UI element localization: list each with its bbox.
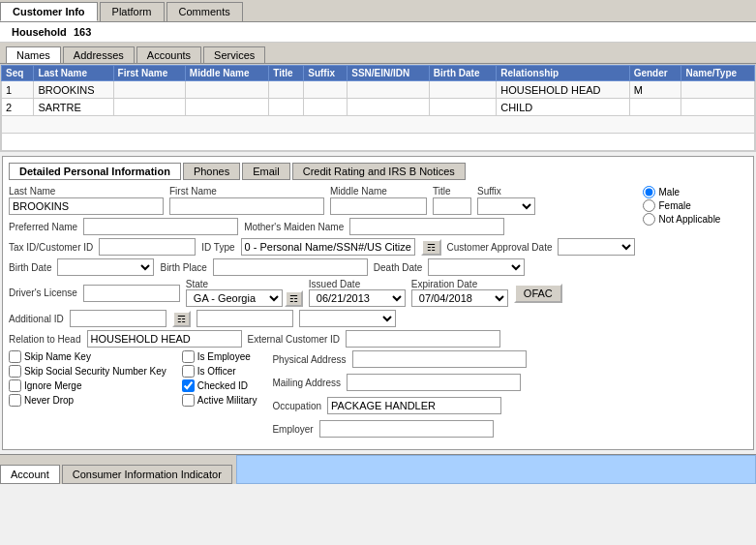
occupation-label: Occupation [272,401,321,411]
tab-names[interactable]: Names [6,46,61,63]
is-employee-checkbox[interactable]: Is Employee [182,350,257,363]
never-drop-label: Never Drop [24,395,74,406]
birth-date-select[interactable] [57,258,154,276]
household-bar: Household 163 [0,22,756,43]
tab-comments[interactable]: Comments [166,2,243,21]
radio-not-applicable[interactable]: Not Applicable [643,213,747,226]
external-customer-id-input[interactable] [346,330,500,348]
radio-male-input[interactable] [643,186,655,198]
last-name-input[interactable] [9,197,164,215]
cell-gender: M [629,81,681,99]
birth-place-input[interactable] [213,258,368,276]
skip-ssn-checkbox[interactable]: Skip Social Security Number Key [9,365,166,378]
additional-id-value-input[interactable] [197,310,293,327]
household-value: 163 [74,26,91,38]
cell-title [269,81,304,99]
radio-female-input[interactable] [643,199,655,212]
physical-address-input[interactable] [352,350,527,368]
state-lookup-button[interactable]: ☶ [285,290,303,307]
checked-id-input[interactable] [182,379,195,392]
table-row[interactable] [2,134,755,151]
skip-ssn-input[interactable] [9,365,21,378]
additional-id-input[interactable] [70,310,166,327]
tax-id-input[interactable] [99,238,196,256]
radio-female[interactable]: Female [643,199,747,212]
active-military-input[interactable] [182,394,195,407]
gender-radios: Male Female Not Applicable [643,186,747,226]
additional-id-select[interactable] [299,310,396,327]
id-type-lookup-button[interactable]: ☶ [421,239,441,256]
mothers-maiden-name-input[interactable] [349,218,504,235]
employer-input[interactable] [319,420,494,438]
cell-relationship: HOUSEHOLD HEAD [497,81,629,99]
tab-services[interactable]: Services [203,46,265,63]
tab-email[interactable]: Email [242,163,290,180]
mailing-address-input[interactable] [347,374,521,391]
suffix-select[interactable] [477,197,535,215]
tab-consumer-info-indicator[interactable]: Consumer Information Indicator [62,465,232,484]
active-military-checkbox[interactable]: Active Military [182,394,257,407]
detail-left: Last Name First Name Middle Name Title S… [9,186,635,443]
ofac-button[interactable]: OFAC [514,284,562,303]
names-table-container: Seq Last Name First Name Middle Name Tit… [0,64,756,152]
table-row[interactable]: 1 BROOKINS HOUSEHOLD HEAD M [2,81,755,99]
tab-account[interactable]: Account [0,465,60,484]
tax-id-row: Tax ID/Customer ID ID Type ☶ Customer Ap… [9,238,635,256]
table-row[interactable]: 2 SARTRE CHILD [2,99,755,116]
additional-id-row: Additional ID ☶ [9,310,635,327]
is-officer-checkbox[interactable]: Is Officer [182,365,257,378]
ignore-merge-input[interactable] [9,379,21,392]
middle-name-input[interactable] [330,197,427,215]
issued-date-label: Issued Date [309,279,360,289]
col-seq: Seq [2,66,34,81]
skip-name-key-label: Skip Name Key [24,351,91,362]
detail-tab-bar: Detailed Personal Information Phones Ema… [9,163,747,180]
mothers-maiden-name-label: Mother's Maiden Name [244,222,344,232]
state-select[interactable]: GA - Georgia [186,289,283,307]
never-drop-input[interactable] [9,394,21,407]
first-name-input[interactable] [169,197,324,215]
radio-not-applicable-input[interactable] [643,213,655,226]
tab-accounts[interactable]: Accounts [136,46,201,63]
tab-credit-rating[interactable]: Credit Rating and IRS B Notices [292,163,466,180]
tab-customer-info[interactable]: Customer Info [0,2,98,21]
cell-name-type [681,81,755,99]
physical-address-row: Physical Address [272,350,526,368]
tab-phones[interactable]: Phones [183,163,240,180]
employer-label: Employer [272,424,313,435]
tab-detailed-personal-info[interactable]: Detailed Personal Information [9,163,181,180]
relation-to-head-input[interactable] [87,330,242,348]
cell-seq: 1 [2,81,34,99]
skip-name-key-checkbox[interactable]: Skip Name Key [9,350,166,363]
checked-id-checkbox[interactable]: Checked ID [182,379,257,392]
cell-gender [629,99,681,116]
is-officer-input[interactable] [182,365,195,378]
table-row[interactable] [2,116,755,134]
drivers-license-input[interactable] [83,285,180,302]
ignore-merge-checkbox[interactable]: Ignore Merge [9,379,166,392]
id-type-input[interactable] [241,238,415,256]
first-name-col: First Name [169,186,324,215]
death-date-select[interactable] [428,258,525,276]
preferred-name-input[interactable] [83,218,238,235]
occupation-input[interactable] [327,397,501,414]
title-input[interactable] [433,197,471,215]
additional-id-lookup-button[interactable]: ☶ [172,311,191,327]
cell-first-name [113,81,185,99]
bottom-tab-bar: Account Consumer Information Indicator [0,454,756,484]
first-name-label: First Name [169,186,324,197]
customer-approval-date-select[interactable] [558,238,635,256]
cell-birth-date [429,81,497,99]
tab-platform[interactable]: Platform [100,2,165,21]
never-drop-checkbox[interactable]: Never Drop [9,394,166,407]
tab-addresses[interactable]: Addresses [63,46,135,63]
radio-male[interactable]: Male [643,186,747,198]
expiration-date-select[interactable]: 07/04/2018 [411,289,508,307]
col-middle-name: Middle Name [185,66,269,81]
cell-middle-name [185,81,269,99]
top-tab-bar: Customer Info Platform Comments [0,0,756,22]
skip-name-key-input[interactable] [9,350,21,363]
is-employee-input[interactable] [182,350,195,363]
issued-date-select[interactable]: 06/21/2013 [309,289,406,307]
is-officer-label: Is Officer [197,366,236,377]
